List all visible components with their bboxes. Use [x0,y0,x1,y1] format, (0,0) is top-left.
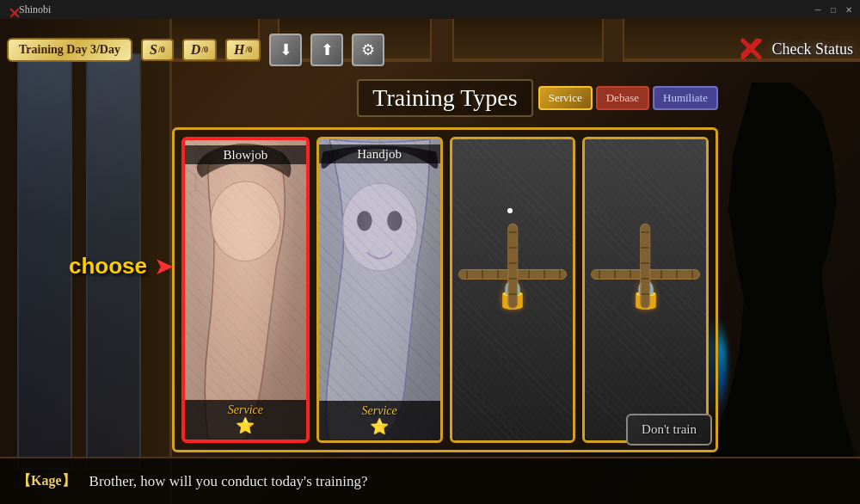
check-status-button[interactable]: Check Status [737,34,854,65]
card-blowjob[interactable]: Blowjob Service ⭐ [181,137,310,443]
blowjob-stars: ⭐ [188,417,303,436]
card-blowjob-image: Blowjob Service ⭐ [185,140,306,439]
handjob-label: Handjob [319,144,440,163]
training-day-badge: Training Day 3/Day [7,38,132,62]
training-card-grid: choose ➤ [172,127,718,452]
chain-v-2 [641,224,651,309]
tab-debase[interactable]: Debase [596,86,649,110]
tab-service[interactable]: Service [538,86,593,110]
chain-decoration-2: 🔒 [585,139,706,440]
handjob-footer: Service ⭐ [319,401,440,440]
card-locked-1[interactable]: 🔒 [450,137,576,443]
s-stat-badge: S /0 [141,39,174,61]
card-locked-2-image: 🔒 [585,139,706,440]
svg-rect-7 [319,139,440,440]
maximize-button[interactable]: □ [827,3,839,15]
svg-point-9 [357,211,372,230]
svg-point-10 [387,211,402,230]
download-button[interactable]: ⬇ [269,34,302,66]
character-silhouette [705,83,860,478]
check-status-label: Check Status [772,40,854,58]
upload-button[interactable]: ⬆ [310,34,343,66]
dialogue-bar: 【Kage】 Brother, how will you conduct tod… [0,457,860,504]
settings-button[interactable]: ⚙ [352,34,384,66]
chain-v-1 [507,224,518,309]
choose-label: choose [69,253,147,280]
app-icon [9,7,15,13]
gear-icon: ⚙ [361,40,375,59]
window-title: Shinobi [19,3,812,16]
speaker-name: 【Kage】 [17,472,76,490]
s-stat-value: /0 [158,45,165,54]
blowjob-footer: Service ⭐ [185,400,306,439]
svg-point-8 [341,183,417,271]
category-tabs: Service Debase Humiliate [538,86,718,110]
card-locked-2[interactable]: 🔒 [582,137,709,443]
dont-train-button[interactable]: Don't train [626,414,712,446]
dialogue-text: Brother, how will you conduct today's tr… [89,473,368,490]
blowjob-label: Blowjob [185,145,306,164]
card-handjob[interactable]: Handjob Service ⭐ [316,137,443,443]
choose-arrow-icon: ➤ [154,252,174,280]
svg-point-6 [211,181,280,261]
title-bar: Shinobi ─ □ ✕ [0,0,860,19]
main-content-area: Training Types Service Debase Humiliate … [172,79,718,452]
s-stat-label: S [150,42,157,58]
top-ui-bar: Training Day 3/Day S /0 D /0 H /0 ⬇ ⬆ ⚙ [7,26,853,73]
upload-icon: ⬆ [321,40,334,59]
handjob-name: Handjob [357,147,402,161]
svg-rect-0 [185,140,306,439]
d-stat-badge: D /0 [182,39,217,61]
blowjob-art [185,140,306,439]
chain-decoration-1: 🔒 [452,139,574,440]
blowjob-name: Blowjob [224,148,268,162]
card-locked-1-image: 🔒 [452,139,574,440]
svg-marker-5 [195,168,220,198]
handjob-svg-art [319,139,440,440]
handjob-stars: ⭐ [322,418,437,437]
minimize-button[interactable]: ─ [812,3,824,15]
window-controls: ─ □ ✕ [812,3,855,15]
handjob-art [319,139,440,440]
locked-1-art: 🔒 [452,139,574,440]
handjob-type: Service [322,404,437,418]
d-stat-label: D [191,42,201,58]
choose-arrow-indicator: choose ➤ [69,252,174,280]
d-stat-value: /0 [201,45,208,54]
tab-humiliate[interactable]: Humiliate [653,86,718,110]
download-icon: ⬇ [280,40,292,59]
blowjob-type: Service [188,403,303,417]
h-stat-value: /0 [245,45,252,54]
locked-2-art: 🔒 [585,139,706,440]
game-background: Training Day 3/Day S /0 D /0 H /0 ⬇ ⬆ ⚙ [0,19,860,504]
blowjob-svg-art [185,140,306,439]
training-title-row: Training Types Service Debase Humiliate [172,79,718,117]
svg-marker-4 [185,168,195,198]
card-handjob-image: Handjob Service ⭐ [319,139,440,440]
close-button[interactable]: ✕ [843,3,855,15]
h-stat-badge: H /0 [225,39,261,61]
training-types-title: Training Types [357,79,532,117]
h-stat-label: H [234,42,244,58]
